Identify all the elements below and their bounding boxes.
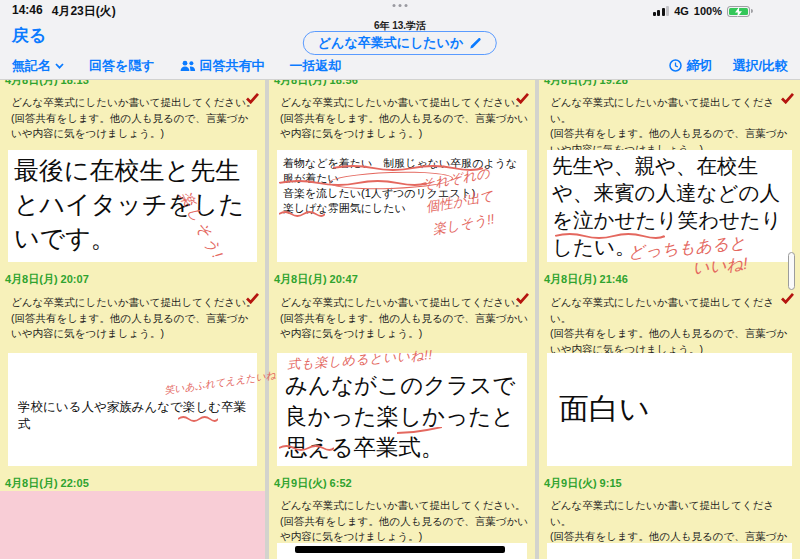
- anonymous-label: 無記名: [12, 57, 51, 75]
- battery-charging-icon: [727, 6, 750, 17]
- red-squiggle: [279, 210, 325, 218]
- prompt-text: どんな卒業式にしたいか書いて提出してください。 (回答共有をします。他の人も見る…: [280, 498, 528, 545]
- network-label: 4G: [674, 5, 689, 17]
- submissions-grid: 4月8日(月) 18:13 どんな卒業式にしたいか書いて提出してください。 (回…: [0, 80, 800, 559]
- submission-card[interactable]: どんな卒業式にしたいか書いて提出してください。 (回答共有をします。他の人も見る…: [539, 491, 800, 559]
- select-compare-label: 選択/比較: [732, 57, 788, 75]
- submission-timestamp: 4月8日(月) 20:47: [274, 272, 358, 287]
- submission-card[interactable]: どんな卒業式にしたいか書いて提出してください。 (回答共有をします。他の人も見る…: [0, 88, 265, 266]
- submission-card[interactable]: どんな卒業式にしたいか書いて提出してください。 (回答共有をします。他の人も見る…: [539, 88, 800, 266]
- scrollbar-handle[interactable]: [788, 252, 795, 290]
- submission-box-screen: 14:46 4月23日(火) 4G 100% 戻る 6年 13.学活 どんな卒業…: [0, 0, 800, 559]
- clipped-answer-text: [295, 546, 505, 553]
- submission-card-pink[interactable]: [0, 491, 265, 559]
- red-squiggle: [397, 427, 442, 435]
- toolbar: 無記名 回答を隠す 回答共有中 一括返却 締切 選択/比較: [0, 52, 800, 80]
- teacher-note: それぞれの 個性が出て 楽しそう!!: [420, 162, 500, 242]
- bulk-return-label: 一括返却: [290, 57, 342, 75]
- red-squiggle: [555, 232, 665, 240]
- nav-bar: 戻る 6年 13.学活 どんな卒業式にしたいか: [0, 22, 800, 52]
- answer-sharing-button[interactable]: 回答共有中: [180, 57, 265, 75]
- clock-time: 14:46: [12, 3, 43, 20]
- prompt-text: どんな卒業式にしたいか書いて提出してください。 (回答共有をします。他の人も見る…: [550, 295, 793, 357]
- submission-timestamp: 4月8日(月) 20:07: [5, 272, 89, 287]
- submission-card[interactable]: どんな卒業式にしたいか書いて提出してください。 (回答共有をします。他の人も見る…: [269, 491, 535, 559]
- answer-sharing-label: 回答共有中: [200, 57, 265, 75]
- prompt-text: どんな卒業式にしたいか書いて提出してください。 (回答共有をします。他の人も見る…: [550, 95, 793, 157]
- red-squiggle: [178, 415, 218, 423]
- submission-timestamp: 4月8日(月) 18:13: [5, 80, 89, 88]
- people-icon: [180, 60, 196, 72]
- hide-answers-button[interactable]: 回答を隠す: [89, 57, 155, 75]
- hide-answers-label: 回答を隠す: [89, 57, 155, 75]
- deadline-label: 締切: [686, 57, 712, 75]
- answer-box: みんながこのクラスで良かった楽しかったと思える卒業式。 式も楽しめるといいね!!: [277, 353, 527, 466]
- answer-text: 面白い: [547, 353, 792, 430]
- submission-timestamp: 4月8日(月) 19:28: [544, 80, 628, 88]
- answer-box: 面白い: [547, 353, 792, 466]
- grid-column: 4月8日(月) 18:13 どんな卒業式にしたいか書いて提出してください。 (回…: [0, 80, 265, 559]
- anonymous-dropdown[interactable]: 無記名: [12, 57, 64, 75]
- answer-box: [277, 543, 527, 559]
- grid-column: 4月8日(月) 18:56 どんな卒業式にしたいか書いて提出してください。 (回…: [269, 80, 535, 559]
- prompt-text: どんな卒業式にしたいか書いて提出してください。 (回答共有をします。他の人も見る…: [11, 295, 258, 342]
- answer-box: [547, 543, 792, 559]
- prompt-text: どんな卒業式にしたいか書いて提出してください。 (回答共有をします。他の人も見る…: [280, 95, 528, 142]
- prompt-text: どんな卒業式にしたいか書いて提出してください。 (回答共有をします。他の人も見る…: [11, 95, 258, 142]
- red-squiggle: [279, 179, 427, 187]
- submission-card[interactable]: どんな卒業式にしたいか書いて提出してください。 (回答共有をします。他の人も見る…: [269, 288, 535, 471]
- submission-timestamp: 4月8日(月) 22:05: [5, 476, 89, 491]
- answer-box: 着物などを着たい 制服じゃない卒服のような服が着たい 音楽を流したい(1人ずつの…: [277, 150, 527, 262]
- select-compare-button[interactable]: 選択/比較: [732, 57, 788, 75]
- multitask-dots-icon: [393, 4, 408, 7]
- deadline-button[interactable]: 締切: [669, 57, 712, 75]
- answer-text: 学校にいる人や家族みんなで楽しむ卒業式: [8, 353, 257, 433]
- submission-timestamp: 4月8日(月) 18:56: [274, 80, 358, 88]
- clock-icon: [669, 59, 682, 72]
- pencil-icon: [469, 37, 482, 50]
- answer-box: 先生や、親や、在校生や、来賓の人達などの人を泣かせたり笑わせたりしたい。 どっち…: [547, 150, 792, 262]
- battery-percent: 100%: [694, 5, 722, 17]
- assignment-title: どんな卒業式にしたいか: [318, 34, 463, 52]
- cellular-signal-icon: [653, 6, 670, 16]
- red-squiggle: [279, 444, 334, 452]
- submission-card[interactable]: どんな卒業式にしたいか書いて提出してください。 (回答共有をします。他の人も見る…: [0, 288, 265, 471]
- status-date: 4月23日(火): [52, 3, 116, 20]
- answer-box: 学校にいる人や家族みんなで楽しむ卒業式 笑いあふれてええたいね: [8, 353, 257, 466]
- submission-card[interactable]: どんな卒業式にしたいか書いて提出してください。 (回答共有をします。他の人も見る…: [269, 88, 535, 266]
- submission-timestamp: 4月9日(火) 6:52: [274, 476, 352, 491]
- chevron-down-icon: [55, 63, 64, 69]
- answer-box: 最後に在校生と先生とハイタッチをしたいです。 楽しそう!: [8, 150, 257, 262]
- grid-column: 4月8日(月) 19:28 どんな卒業式にしたいか書いて提出してください。 (回…: [539, 80, 800, 559]
- bulk-return-button[interactable]: 一括返却: [290, 57, 342, 75]
- submission-card[interactable]: どんな卒業式にしたいか書いて提出してください。 (回答共有をします。他の人も見る…: [539, 288, 800, 471]
- submission-timestamp: 4月9日(火) 9:15: [544, 476, 622, 491]
- prompt-text: どんな卒業式にしたいか書いて提出してください。 (回答共有をします。他の人も見る…: [280, 295, 528, 342]
